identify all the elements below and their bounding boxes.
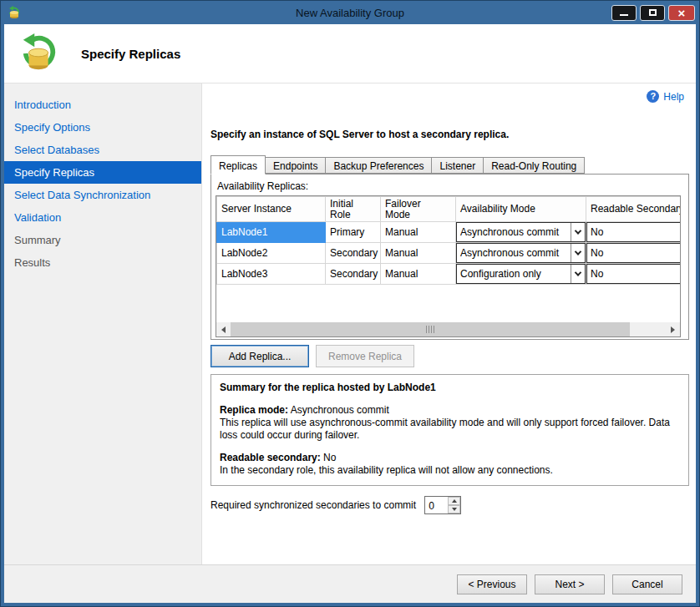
sidebar-item-validation[interactable]: Validation — [4, 206, 201, 229]
wizard-footer: < Previous Next > Cancel — [4, 564, 696, 603]
maximize-button[interactable] — [640, 5, 665, 21]
help-link[interactable]: ? Help — [647, 90, 684, 103]
readable-secondary-dropdown[interactable]: No — [586, 264, 681, 284]
readable-secondary-dropdown[interactable]: No — [586, 243, 681, 263]
sidebar-item-specify-options[interactable]: Specify Options — [4, 116, 201, 139]
replica-summary-box: Summary for the replica hosted by LabNod… — [211, 374, 689, 486]
arrow-down-icon — [452, 508, 457, 511]
maximize-icon — [649, 9, 657, 16]
wizard-header: Specify Replicas — [4, 24, 696, 83]
replica-mode-value: Asynchronous commit — [291, 404, 389, 416]
table-header-row: Server Instance Initial Role Failover Mo… — [217, 197, 682, 222]
tab-read-only-routing[interactable]: Read-Only Routing — [483, 157, 585, 174]
cell-availability-mode: Asynchronous commit — [456, 243, 586, 264]
replica-mode-block: Replica mode: Asynchronous commit This r… — [220, 404, 680, 442]
scroll-left-button[interactable] — [216, 322, 231, 336]
cancel-button[interactable]: Cancel — [612, 574, 682, 594]
cell-failover-mode[interactable]: Manual — [381, 264, 456, 285]
availability-mode-dropdown[interactable]: Asynchronous commit — [456, 243, 586, 263]
chevron-down-icon — [571, 265, 585, 283]
sidebar-item-select-databases[interactable]: Select Databases — [4, 139, 201, 161]
grip-icon — [426, 326, 435, 333]
cell-initial-role[interactable]: Primary — [326, 222, 381, 243]
secondaries-to-commit-label: Required synchronized secondaries to com… — [211, 499, 416, 511]
cell-server-instance[interactable]: LabNode2 — [217, 243, 326, 264]
close-icon: × — [678, 7, 686, 19]
readable-secondary-block: Readable secondary: No In the secondary … — [220, 452, 680, 477]
readable-secondary-dropdown[interactable]: No — [586, 222, 681, 242]
minimize-icon — [620, 14, 628, 16]
previous-button[interactable]: < Previous — [457, 574, 527, 594]
secondaries-to-commit-row: Required synchronized secondaries to com… — [211, 496, 689, 514]
column-header-readable-secondary: Readable Secondary — [586, 197, 682, 222]
cell-readable-secondary: No — [586, 222, 682, 243]
cell-readable-secondary: No — [586, 264, 682, 285]
readable-secondary-description: In the secondary role, this availability… — [220, 464, 680, 477]
scroll-right-button[interactable] — [666, 322, 680, 336]
tab-strip: Replicas Endpoints Backup Preferences Li… — [211, 154, 689, 174]
sidebar-item-summary: Summary — [4, 229, 201, 251]
tab-listener[interactable]: Listener — [431, 157, 484, 174]
page-title: Specify Replicas — [81, 47, 180, 61]
cell-server-instance[interactable]: LabNode1 — [217, 222, 326, 243]
database-replica-icon — [19, 33, 61, 74]
readable-secondary-value: No — [323, 452, 336, 463]
horizontal-scrollbar[interactable] — [216, 322, 680, 336]
help-label: Help — [663, 91, 684, 103]
window-title: New Availability Group — [1, 7, 699, 19]
add-replica-button[interactable]: Add Replica... — [211, 345, 309, 367]
spin-up-button[interactable] — [448, 497, 460, 505]
next-button[interactable]: Next > — [535, 574, 605, 594]
cell-availability-mode: Configuration only — [456, 264, 586, 285]
availability-group-app-icon — [8, 6, 21, 19]
tab-replicas[interactable]: Replicas — [211, 155, 266, 175]
column-header-availability-mode: Availability Mode — [456, 197, 586, 222]
dialog-body: Specify Replicas Introduction Specify Op… — [4, 24, 696, 603]
replicas-table: Server Instance Initial Role Failover Mo… — [216, 196, 681, 285]
cell-readable-secondary: No — [586, 243, 682, 264]
minimize-button[interactable] — [611, 5, 637, 21]
replicas-tab-page: Availability Replicas: Server Instance I… — [211, 174, 689, 340]
secondaries-input[interactable]: 0 — [425, 497, 448, 513]
cell-initial-role[interactable]: Secondary — [326, 243, 381, 264]
spin-down-button[interactable] — [448, 505, 460, 513]
chevron-down-icon — [571, 244, 585, 262]
availability-mode-dropdown[interactable]: Configuration only — [456, 264, 586, 284]
sidebar-item-introduction[interactable]: Introduction — [4, 94, 201, 116]
scrollbar-thumb[interactable] — [231, 322, 630, 336]
scrollbar-track[interactable] — [630, 322, 666, 336]
arrow-right-icon — [671, 326, 675, 333]
cell-server-instance[interactable]: LabNode3 — [217, 264, 326, 285]
column-header-failover-mode: Failover Mode — [381, 197, 456, 222]
readable-secondary-label: Readable secondary: — [220, 452, 321, 463]
remove-replica-button[interactable]: Remove Replica — [316, 345, 414, 367]
window-controls: × — [611, 5, 695, 21]
cell-initial-role[interactable]: Secondary — [326, 264, 381, 285]
availability-replicas-grid: Server Instance Initial Role Failover Mo… — [216, 195, 681, 337]
tab-backup-preferences[interactable]: Backup Preferences — [325, 157, 432, 174]
replica-mode-description: This replica will use asynchronous-commi… — [220, 417, 680, 442]
chevron-down-icon — [571, 223, 585, 241]
help-icon: ? — [647, 90, 659, 103]
sidebar-item-results: Results — [4, 251, 201, 274]
cell-failover-mode[interactable]: Manual — [381, 222, 456, 243]
replica-actions: Add Replica... Remove Replica — [211, 345, 689, 367]
cell-failover-mode[interactable]: Manual — [381, 243, 456, 264]
column-header-initial-role: Initial Role — [326, 197, 381, 222]
column-header-server-instance: Server Instance — [217, 197, 326, 222]
dialog-window: New Availability Group × Specify Replica… — [0, 0, 700, 607]
table-row: LabNode3 Secondary Manual Configuration … — [217, 264, 682, 285]
wizard-steps-sidebar: Introduction Specify Options Select Data… — [4, 83, 201, 564]
close-button[interactable]: × — [668, 5, 695, 21]
arrow-up-icon — [452, 499, 457, 503]
secondaries-spinner: 0 — [424, 496, 461, 514]
availability-mode-dropdown[interactable]: Asynchronous commit — [456, 222, 586, 242]
sidebar-item-select-data-synchronization[interactable]: Select Data Synchronization — [4, 184, 201, 206]
instruction-text: Specify an instance of SQL Server to hos… — [211, 129, 689, 140]
titlebar[interactable]: New Availability Group × — [1, 1, 699, 24]
table-row: LabNode1 Primary Manual Asynchronous com… — [217, 222, 682, 243]
tab-endpoints[interactable]: Endpoints — [265, 157, 326, 174]
availability-replicas-label: Availability Replicas: — [217, 180, 684, 192]
sidebar-item-specify-replicas[interactable]: Specify Replicas — [4, 161, 201, 184]
arrow-left-icon — [221, 326, 226, 333]
